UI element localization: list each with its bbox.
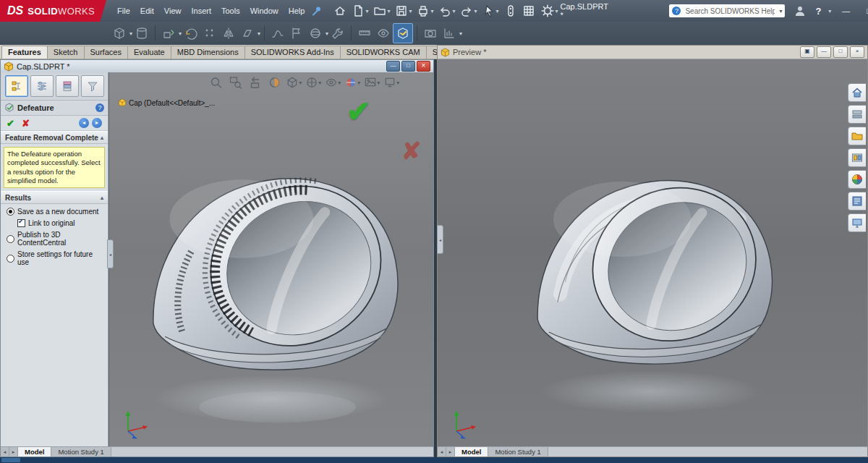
back-arrow-icon[interactable]: ◂ [79, 118, 89, 128]
spline-tool-icon[interactable] [268, 24, 287, 43]
tab-evaluate[interactable]: Evaluate [127, 46, 171, 59]
user-account-icon[interactable] [791, 2, 809, 20]
tab-scroll-left-icon[interactable]: ◂ [438, 447, 446, 456]
print-icon[interactable]: ▾ [414, 2, 435, 20]
preview-window-titlebar[interactable]: Preview * ▣ — □ × [438, 46, 867, 59]
caret-down-icon[interactable]: ▾ [258, 30, 260, 37]
caret-down-icon[interactable]: ▾ [338, 80, 341, 86]
tab-model[interactable]: Model [455, 447, 488, 456]
option-save-as-new-document[interactable]: Save as a new document [7, 208, 105, 216]
window-restore-button[interactable]: ▣ [800, 46, 814, 58]
caret-down-icon[interactable]: ▾ [365, 8, 368, 14]
dimxpertmanager-tab-icon[interactable] [81, 75, 104, 97]
caret-down-icon[interactable]: ▾ [409, 8, 412, 14]
right-viewport[interactable] [438, 59, 867, 447]
caret-down-icon[interactable]: ▾ [387, 8, 390, 14]
radio-selected[interactable] [7, 208, 14, 216]
tab-motion-study[interactable]: Motion Study 1 [51, 447, 111, 456]
pin-menu-icon[interactable] [310, 2, 324, 20]
cancel-button[interactable]: ✘ [22, 118, 30, 129]
menu-view[interactable]: View [159, 4, 187, 18]
group-feature-removal-complete[interactable]: Feature Removal Complete ▴ [1, 131, 108, 144]
menu-edit[interactable]: Edit [135, 4, 159, 18]
window-close-button[interactable]: × [850, 46, 864, 58]
caret-down-icon[interactable]: ▾ [396, 80, 399, 86]
window-minimize-button[interactable]: — [386, 61, 400, 72]
tab-sketch[interactable]: Sketch [47, 46, 85, 59]
defeature-tool-icon[interactable] [393, 23, 413, 43]
model-3d-cap-simplified[interactable] [472, 125, 816, 420]
caret-down-icon[interactable]: ▾ [459, 30, 462, 37]
collapse-chevron-icon[interactable]: ▴ [101, 135, 103, 141]
selection-filter-icon[interactable] [502, 2, 519, 20]
tab-model[interactable]: Model [18, 447, 51, 456]
select-cursor-icon[interactable]: ▾ [480, 2, 501, 20]
accept-overlay-icon[interactable]: ✔ [346, 97, 371, 126]
tab-motion-study[interactable]: Motion Study 1 [488, 447, 548, 456]
tab-solidworks-addins[interactable]: SOLIDWORKS Add-Ins [244, 46, 341, 59]
wrench-tool-icon[interactable] [328, 24, 347, 43]
caret-down-icon[interactable]: ▾ [556, 8, 558, 14]
ok-button[interactable]: ✔ [7, 118, 14, 129]
window-close-button[interactable]: × [417, 61, 430, 72]
zoom-area-icon[interactable] [227, 75, 243, 90]
open-icon[interactable]: ▾ [371, 2, 392, 20]
cylinder-tool-icon[interactable] [132, 24, 151, 43]
caret-down-icon[interactable]: ▾ [430, 8, 433, 14]
task-pane-file-explorer-icon[interactable] [848, 127, 866, 145]
caret-down-icon[interactable]: ▾ [357, 80, 360, 86]
caret-down-icon[interactable]: ▾ [828, 8, 831, 14]
pattern-tool-icon[interactable] [200, 24, 219, 43]
caret-down-icon[interactable]: ▾ [496, 8, 499, 14]
tab-scroll-left-icon[interactable]: ◂ [1, 447, 9, 456]
left-viewport[interactable]: ▾ ▾ ▾ ▾ ▾ ▾ Cap (Default<<Default>_... [109, 72, 433, 447]
search-input[interactable] [684, 7, 776, 16]
radio-unselected[interactable] [7, 235, 14, 243]
measure-tool-icon[interactable] [355, 24, 374, 43]
surface-tool-icon[interactable] [306, 24, 325, 43]
help-menu[interactable]: ? [815, 6, 821, 17]
caret-down-icon[interactable]: ▾ [318, 80, 321, 86]
scene-tool-icon[interactable] [421, 24, 440, 43]
help-badge-icon[interactable]: ? [95, 103, 104, 112]
configurationmanager-tab-icon[interactable] [56, 75, 79, 97]
task-pane-appearances-icon[interactable] [848, 170, 866, 189]
option-link-to-original[interactable]: Link to original [17, 219, 105, 227]
task-pane-resources-icon[interactable] [848, 83, 866, 102]
tab-mbd-dimensions[interactable]: MBD Dimensions [171, 46, 245, 59]
reject-overlay-icon[interactable]: ✘ [401, 139, 422, 163]
undo-icon[interactable]: ▾ [436, 2, 457, 20]
window-minimize-button[interactable]: — [817, 46, 831, 58]
menu-window[interactable]: Window [245, 4, 284, 18]
cube-tool-icon[interactable] [110, 24, 129, 43]
previous-view-icon[interactable] [247, 75, 263, 90]
model-3d-cap[interactable] [112, 121, 417, 428]
tab-scroll-right-icon[interactable]: ▸ [9, 447, 18, 456]
new-document-icon[interactable]: ▾ [349, 2, 370, 20]
checkbox-checked[interactable] [17, 219, 25, 227]
hide-show-items-icon[interactable]: ▾ [325, 75, 341, 90]
redo-icon[interactable]: ▾ [458, 2, 479, 20]
document-window-titlebar[interactable]: Cap.SLDPRT * — □ × [1, 60, 433, 73]
task-pane-document-recovery-icon[interactable] [848, 213, 866, 232]
view-orientation-icon[interactable]: ▾ [286, 75, 302, 90]
window-maximize-button[interactable]: □ [401, 61, 415, 72]
app-minimize-button[interactable]: — [838, 7, 854, 15]
caret-down-icon[interactable]: ▾ [452, 8, 455, 14]
visibility-tool-icon[interactable] [374, 24, 393, 43]
option-publish-3d-contentcentral[interactable]: Publish to 3D ContentCentral [7, 231, 105, 247]
edit-appearance-icon[interactable]: ▾ [344, 75, 360, 90]
forward-arrow-icon[interactable]: ▸ [92, 118, 102, 128]
panel-collapse-handle[interactable]: ◂ [437, 225, 443, 254]
reference-plane-icon[interactable] [238, 24, 257, 43]
display-style-icon[interactable]: ▾ [305, 75, 321, 90]
tab-scroll-right-icon[interactable]: ▸ [446, 447, 455, 456]
extrude-tool-icon[interactable] [159, 24, 178, 43]
tab-surfaces[interactable]: Surfaces [84, 46, 128, 59]
feature-tree-root-label[interactable]: Cap (Default<<Default>_... [129, 99, 215, 107]
home-icon[interactable] [331, 2, 349, 20]
apply-scene-icon[interactable]: ▾ [364, 75, 380, 90]
tab-features[interactable]: Features [1, 46, 48, 59]
search-caret-icon[interactable]: ▾ [779, 8, 782, 14]
caret-down-icon[interactable]: ▾ [299, 80, 302, 86]
